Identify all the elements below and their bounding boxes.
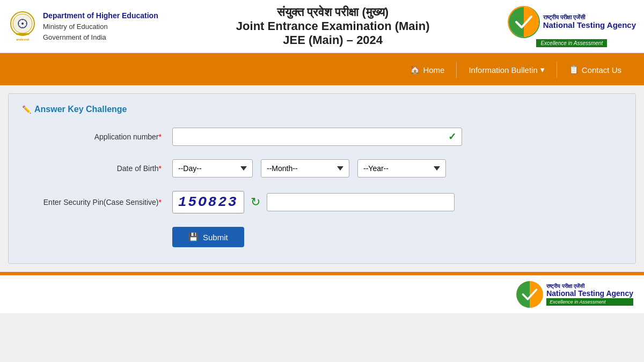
- nav-contact-label: Contact Us: [582, 65, 621, 75]
- nta-tagline: Excellence in Assessment: [536, 39, 607, 47]
- page-header: सत्यमेव जयते Department of Higher Educat…: [0, 0, 644, 53]
- eng-title: Joint Entrance Examination (Main): [158, 19, 508, 33]
- nta-text-block: राष्ट्रीय परीक्षा एजेंसी National Testin…: [543, 14, 636, 30]
- security-pin-label: Enter Security Pin(Case Sensitive)*: [22, 198, 172, 206]
- page-footer: राष्ट्रीय परीक्षा एजेंसी National Testin…: [0, 275, 644, 313]
- app-number-label: Application number*: [22, 132, 172, 141]
- header-right: राष्ट्रीय परीक्षा एजेंसी National Testin…: [508, 6, 636, 47]
- section-title: ✏️ Answer Key Challenge: [22, 105, 622, 114]
- footer-nta-tagline: Excellence in Assessment: [546, 298, 633, 306]
- refresh-captcha-icon[interactable]: ↻: [251, 195, 260, 209]
- check-icon: ✓: [448, 131, 456, 143]
- captcha-group: 15O823 ↻: [172, 191, 462, 213]
- submit-label: Submit: [203, 233, 228, 242]
- footer-nta-logo: राष्ट्रीय परीक्षा एजेंसी National Testin…: [516, 281, 633, 308]
- nta-circle-logo: [508, 6, 540, 38]
- security-pin-group: Enter Security Pin(Case Sensitive)* 15O8…: [22, 191, 622, 213]
- home-icon: 🏠: [410, 65, 420, 75]
- nta-logo-inner: राष्ट्रीय परीक्षा एजेंसी National Testin…: [508, 6, 636, 38]
- dob-group: Date of Birth* --Day-- 12345 678910 1112…: [22, 159, 622, 178]
- svg-text:सत्यमेव जयते: सत्यमेव जयते: [16, 38, 30, 41]
- dob-selects: --Day-- 12345 678910 1112131415 16171819…: [172, 159, 462, 178]
- nta-hindi: राष्ट्रीय परीक्षा एजेंसी: [543, 14, 636, 21]
- app-number-field-container: ✓: [172, 128, 462, 146]
- app-number-group: Application number* ✓: [22, 128, 622, 146]
- captcha-image: 15O823: [172, 191, 244, 213]
- dropdown-icon: ▾: [540, 65, 545, 75]
- main-content: ✏️ Answer Key Challenge Application numb…: [8, 93, 636, 264]
- nav-info-bulletin[interactable]: Information Bulletin ▾: [457, 56, 556, 83]
- section-title-text: Answer Key Challenge: [34, 105, 127, 114]
- department-info: Department of Higher Education Ministry …: [43, 10, 158, 42]
- navbar: 🏠 Home Information Bulletin ▾ 📋 Contact …: [0, 56, 644, 83]
- orange-nav-bottom: [0, 83, 644, 85]
- dob-month-select[interactable]: --Month-- JanuaryFebruaryMarchApril MayJ…: [261, 159, 349, 178]
- ministry-name: Ministry of Education: [43, 21, 158, 32]
- nav-contact-us[interactable]: 📋 Contact Us: [557, 56, 633, 83]
- nav-home[interactable]: 🏠 Home: [398, 56, 456, 83]
- footer-nta-text: राष्ट्रीय परीक्षा एजेंसी National Testin…: [546, 283, 633, 305]
- svg-point-3: [21, 23, 24, 25]
- header-left: सत्यमेव जयते Department of Higher Educat…: [8, 10, 158, 42]
- india-emblem: सत्यमेव जयते: [8, 10, 38, 42]
- nav-info-bulletin-label: Information Bulletin: [469, 65, 537, 75]
- dept-name: Department of Higher Education: [43, 10, 158, 21]
- hindi-title: संयुक्त प्रवेश परीक्षा (मुख्य): [158, 5, 508, 19]
- nav-home-label: Home: [423, 65, 444, 75]
- dob-day-select[interactable]: --Day-- 12345 678910 1112131415 16171819…: [172, 159, 253, 178]
- submit-icon: 💾: [188, 232, 199, 242]
- app-number-input-wrapper: ✓: [172, 128, 462, 146]
- footer-nta-circle: [516, 281, 543, 308]
- govt-name: Government of India: [43, 32, 158, 43]
- app-number-input[interactable]: [173, 128, 448, 145]
- captcha-container: 15O823 ↻: [172, 191, 462, 213]
- footer-nta-eng: National Testing Agency: [546, 290, 633, 298]
- sub-title: JEE (Main) – 2024: [158, 33, 508, 47]
- header-center: संयुक्त प्रवेश परीक्षा (मुख्य) Joint Ent…: [158, 5, 508, 47]
- captcha-input[interactable]: [267, 193, 455, 211]
- edit-icon: ✏️: [22, 105, 31, 114]
- nta-logo: राष्ट्रीय परीक्षा एजेंसी National Testin…: [508, 6, 636, 47]
- svg-rect-12: [16, 33, 29, 35]
- nta-eng-name: National Testing Agency: [543, 21, 636, 30]
- dob-label: Date of Birth*: [22, 164, 172, 173]
- contact-icon: 📋: [569, 65, 579, 75]
- dob-year-select[interactable]: --Year-- 1990199119921993 19941995199619…: [357, 159, 446, 178]
- submit-button[interactable]: 💾 Submit: [172, 227, 244, 247]
- dob-field-container: --Day-- 12345 678910 1112131415 16171819…: [172, 159, 462, 178]
